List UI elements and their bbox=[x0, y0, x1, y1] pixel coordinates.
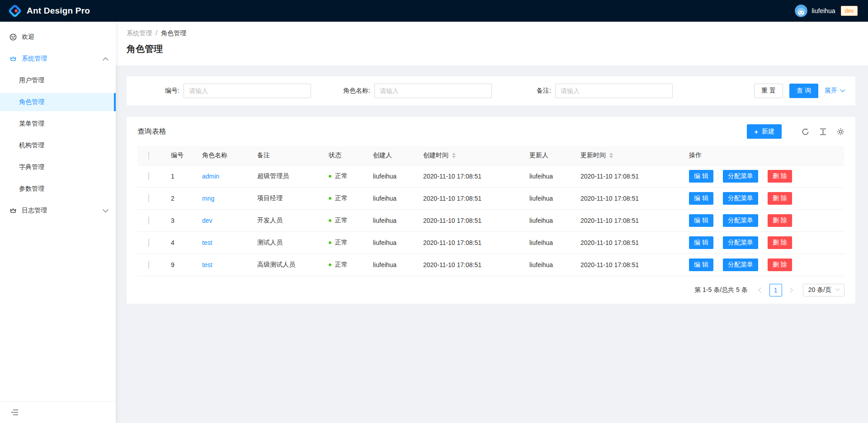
chevron-left-icon bbox=[758, 287, 763, 292]
column-header-updated-time[interactable]: 更新时间 bbox=[580, 146, 689, 165]
action-divider bbox=[763, 261, 763, 269]
edit-button[interactable]: 编 辑 bbox=[689, 258, 713, 271]
row-checkbox[interactable] bbox=[148, 172, 149, 180]
cell-creator: liufeihua bbox=[373, 209, 423, 231]
breadcrumb-parent[interactable]: 系统管理 bbox=[127, 29, 152, 37]
sidebar-item-label: 用户管理 bbox=[19, 76, 44, 85]
role-name-link[interactable]: test bbox=[202, 239, 212, 246]
table-row: 4 test 测试人员 正常 liufeihua 2020-11-10 17:0… bbox=[137, 231, 844, 254]
row-checkbox[interactable] bbox=[148, 216, 149, 225]
smile-icon bbox=[9, 33, 17, 41]
cell-remark: 开发人员 bbox=[257, 209, 329, 231]
row-checkbox[interactable] bbox=[148, 239, 149, 247]
sorter-icon[interactable] bbox=[452, 153, 456, 158]
page-header: 系统管理/角色管理 角色管理 bbox=[116, 22, 868, 66]
field-role-name: 角色名称: bbox=[318, 84, 492, 98]
app-title: Ant Design Pro bbox=[27, 6, 90, 16]
prev-page-button[interactable] bbox=[754, 284, 767, 296]
status-badge: 正常 bbox=[329, 239, 348, 247]
role-name-link[interactable]: mng bbox=[202, 195, 214, 202]
select-all-checkbox[interactable] bbox=[148, 151, 149, 160]
edit-button[interactable]: 编 辑 bbox=[689, 214, 713, 227]
table-row: 3 dev 开发人员 正常 liufeihua 2020-11-10 17:08… bbox=[137, 209, 844, 231]
assign-menu-button[interactable]: 分配菜单 bbox=[723, 170, 758, 183]
user-avatar[interactable] bbox=[795, 5, 807, 17]
status-dot-icon bbox=[329, 197, 331, 200]
column-header-id: 编号 bbox=[171, 146, 202, 165]
role-name-link[interactable]: dev bbox=[202, 217, 212, 224]
page-size-select[interactable]: 20 条/页 bbox=[803, 284, 844, 296]
new-button[interactable]: + 新建 bbox=[747, 124, 782, 139]
row-actions: 编 辑 分配菜单 删 除 bbox=[689, 258, 839, 271]
sidebar-item-label: 欢迎 bbox=[22, 33, 34, 41]
menu-fold-icon[interactable] bbox=[11, 409, 19, 416]
density-icon[interactable] bbox=[819, 128, 827, 136]
next-page-button[interactable] bbox=[785, 284, 797, 296]
crown-icon bbox=[9, 55, 17, 62]
role-name-link[interactable]: admin bbox=[202, 173, 219, 180]
assign-menu-button[interactable]: 分配菜单 bbox=[723, 192, 758, 205]
assign-menu-button[interactable]: 分配菜单 bbox=[723, 258, 758, 271]
column-header-creator: 创建人 bbox=[373, 146, 423, 165]
delete-button[interactable]: 删 除 bbox=[768, 192, 792, 205]
sorter-icon[interactable] bbox=[609, 153, 613, 158]
cell-updater: liufeihua bbox=[529, 187, 580, 209]
header-user-area[interactable]: liufeihua dev bbox=[795, 5, 858, 17]
status-badge: 正常 bbox=[329, 172, 348, 180]
expand-toggle[interactable]: 展开 bbox=[825, 87, 844, 95]
sidebar-item-log-mgmt[interactable]: 日志管理 bbox=[0, 202, 116, 220]
cell-updater: liufeihua bbox=[529, 209, 580, 231]
action-divider bbox=[718, 172, 718, 180]
reset-button[interactable]: 重 置 bbox=[754, 84, 783, 98]
sidebar-item-dict-mgmt[interactable]: 字典管理 bbox=[0, 158, 116, 176]
id-input[interactable] bbox=[184, 84, 311, 98]
cell-creator: liufeihua bbox=[373, 165, 423, 187]
assign-menu-button[interactable]: 分配菜单 bbox=[723, 236, 758, 249]
row-checkbox[interactable] bbox=[148, 194, 149, 202]
table-card-header: 查询表格 + 新建 bbox=[127, 117, 855, 146]
sidebar-item-welcome[interactable]: 欢迎 bbox=[0, 28, 116, 46]
column-header-created-time[interactable]: 创建时间 bbox=[423, 146, 529, 165]
status-dot-icon bbox=[329, 263, 331, 266]
sidebar-item-menu-mgmt[interactable]: 菜单管理 bbox=[0, 115, 116, 133]
sidebar-item-org-mgmt[interactable]: 机构管理 bbox=[0, 136, 116, 155]
sidebar-item-param-mgmt[interactable]: 参数管理 bbox=[0, 180, 116, 198]
role-name-field-label: 角色名称: bbox=[318, 87, 374, 95]
delete-button[interactable]: 删 除 bbox=[768, 214, 792, 227]
breadcrumb-separator: / bbox=[156, 29, 157, 37]
remark-input[interactable] bbox=[555, 84, 673, 98]
action-divider bbox=[763, 216, 763, 225]
delete-button[interactable]: 删 除 bbox=[768, 236, 792, 249]
app-header: Ant Design Pro liufeihua dev bbox=[0, 0, 868, 22]
settings-gear-icon[interactable] bbox=[837, 128, 844, 136]
sidebar-item-role-mgmt[interactable]: 角色管理 bbox=[0, 93, 116, 111]
query-button[interactable]: 查 询 bbox=[789, 84, 818, 98]
sidebar-item-user-mgmt[interactable]: 用户管理 bbox=[0, 71, 116, 89]
edit-button[interactable]: 编 辑 bbox=[689, 236, 713, 249]
cell-id: 4 bbox=[171, 231, 202, 254]
user-name[interactable]: liufeihua bbox=[811, 7, 835, 14]
env-tag: dev bbox=[841, 6, 858, 16]
role-name-input[interactable] bbox=[374, 84, 492, 98]
reload-icon[interactable] bbox=[802, 128, 809, 136]
page-size-value: 20 条/页 bbox=[808, 286, 831, 294]
ant-design-logo-icon[interactable] bbox=[8, 4, 22, 18]
current-page-button[interactable]: 1 bbox=[769, 284, 782, 296]
edit-button[interactable]: 编 辑 bbox=[689, 170, 713, 183]
main-content: 系统管理/角色管理 角色管理 编号: 角色名称: 备注: bbox=[116, 22, 868, 423]
delete-button[interactable]: 删 除 bbox=[768, 258, 792, 271]
cell-creator: liufeihua bbox=[373, 254, 423, 276]
row-checkbox[interactable] bbox=[148, 261, 149, 269]
breadcrumb: 系统管理/角色管理 bbox=[127, 29, 857, 38]
column-header-status: 状态 bbox=[329, 146, 373, 165]
assign-menu-button[interactable]: 分配菜单 bbox=[723, 214, 758, 227]
edit-button[interactable]: 编 辑 bbox=[689, 192, 713, 205]
cell-creator: liufeihua bbox=[373, 187, 423, 209]
cell-created-time: 2020-11-10 17:08:51 bbox=[423, 165, 529, 187]
delete-button[interactable]: 删 除 bbox=[768, 170, 792, 183]
chevron-right-icon bbox=[788, 287, 793, 292]
role-name-link[interactable]: test bbox=[202, 261, 212, 268]
table-toolbar: + 新建 bbox=[747, 124, 844, 139]
action-divider bbox=[718, 261, 718, 269]
sidebar-item-system-mgmt[interactable]: 系统管理 bbox=[0, 50, 116, 68]
